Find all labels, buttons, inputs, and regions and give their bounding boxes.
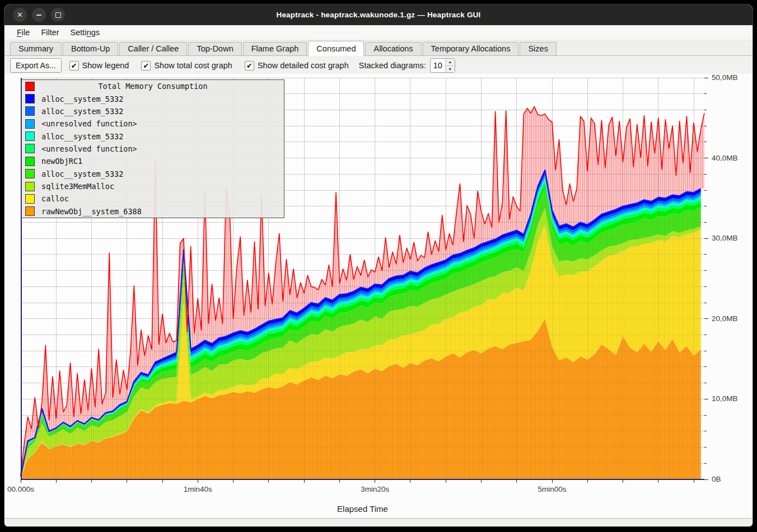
chart-legend: Total Memory Consumptionalloc__system_53… [21, 79, 284, 218]
legend-label: alloc__system_5332 [41, 170, 123, 178]
legend-label: sqlite3MemMalloc [41, 182, 114, 191]
tab-allocations[interactable]: Allocations [365, 42, 421, 55]
checkbox-show-detailed-cost-graph[interactable]: ✔Show detailed cost graph [245, 61, 349, 70]
stacked-diagrams-group: Stacked diagrams: 10 ▲ ▼ [359, 58, 455, 73]
legend-label: rawNewObj__system_6388 [41, 207, 142, 216]
legend-label: <unresolved function> [41, 144, 137, 153]
legend-swatch-icon [25, 194, 35, 204]
maximize-icon [55, 12, 61, 18]
legend-row: sqlite3MemMalloc [22, 180, 284, 192]
maximize-button[interactable] [51, 8, 65, 22]
legend-row: calloc [22, 192, 284, 205]
spinbox-value[interactable]: 10 [431, 59, 445, 72]
checkbox-box[interactable]: ✔ [69, 61, 79, 70]
tab-sizes[interactable]: Sizes [520, 42, 556, 55]
checkbox-show-total-cost-graph[interactable]: ✔Show total cost graph [141, 61, 232, 70]
legend-row: newObjRC1 [22, 155, 284, 167]
legend-row: alloc__system_5332 [22, 105, 284, 117]
legend-label: alloc__system_5332 [41, 95, 123, 103]
y-tick-label: 20,0MB [712, 314, 738, 323]
legend-swatch-icon [25, 169, 35, 178]
x-tick-label: 00.000s [4, 485, 40, 493]
legend-row: rawNewObj__system_6388 [22, 205, 284, 218]
legend-label: alloc__system_5332 [41, 107, 123, 116]
app-window: ✕ Heaptrack - heaptrack.wakunode.1.gz — … [4, 4, 753, 526]
legend-label: newObjRC1 [41, 157, 82, 166]
x-tick-label: 1min40s [178, 485, 217, 493]
tab-caller-callee[interactable]: Caller / Callee [119, 42, 187, 55]
tab-bar: SummaryBottom-UpCaller / CalleeTop-DownF… [4, 40, 753, 56]
spinbox-buttons: ▲ ▼ [445, 59, 455, 72]
legend-swatch-icon [25, 131, 35, 141]
legend-row: <unresolved function> [22, 117, 284, 130]
menu-file[interactable]: File [11, 27, 35, 38]
stacked-diagrams-label: Stacked diagrams: [359, 61, 426, 70]
x-tick-label: 5min00s [532, 485, 572, 493]
legend-row: alloc__system_5332 [22, 168, 284, 180]
toolbar: Export As... ✔Show legend✔Show total cos… [4, 56, 753, 75]
memory-consumption-chart[interactable]: Total Memory Consumptionalloc__system_53… [4, 74, 753, 519]
minimize-button[interactable] [32, 8, 46, 22]
menu-bar: FileFilterSettings [4, 25, 753, 40]
y-tick-label: 50,0MB [712, 73, 738, 82]
close-button[interactable]: ✕ [13, 8, 27, 22]
spin-up-icon[interactable]: ▲ [446, 59, 455, 65]
legend-swatch-icon [25, 94, 35, 103]
tab-consumed[interactable]: Consumed [308, 41, 364, 56]
checkbox-box[interactable]: ✔ [141, 61, 151, 70]
legend-row: alloc__system_5332 [22, 130, 284, 142]
legend-swatch-icon [25, 144, 35, 153]
legend-label: Total Memory Consumption [22, 82, 284, 91]
x-tick-label: 3min20s [356, 485, 395, 493]
minimize-icon [36, 15, 41, 16]
export-as-button[interactable]: Export As... [10, 58, 62, 73]
x-axis-title: Elapsed Time [307, 504, 419, 514]
legend-swatch-icon [25, 119, 35, 129]
window-title: Heaptrack - heaptrack.wakunode.1.gz — He… [4, 11, 753, 19]
checkbox-group: ✔Show legend✔Show total cost graph✔Show … [67, 61, 349, 70]
y-tick-label: 0B [712, 475, 721, 483]
menu-settings[interactable]: Settings [65, 27, 105, 38]
y-tick-label: 40,0MB [712, 154, 738, 162]
tab-flame-graph[interactable]: Flame Graph [243, 42, 307, 55]
checkbox-box[interactable]: ✔ [245, 61, 254, 70]
legend-label: <unresolved function> [41, 119, 137, 128]
y-tick-label: 30,0MB [712, 234, 738, 242]
legend-swatch-icon [25, 206, 35, 216]
checkbox-show-legend[interactable]: ✔Show legend [69, 61, 129, 70]
legend-swatch-icon [25, 182, 35, 191]
tab-top-down[interactable]: Top-Down [188, 42, 241, 55]
close-icon: ✕ [17, 11, 23, 19]
legend-row: Total Memory Consumption [22, 80, 284, 92]
checkbox-label: Show legend [82, 61, 129, 70]
spin-down-icon[interactable]: ▼ [446, 65, 455, 73]
title-bar: ✕ Heaptrack - heaptrack.wakunode.1.gz — … [4, 4, 753, 25]
tab-summary[interactable]: Summary [10, 42, 62, 55]
legend-row: alloc__system_5332 [22, 92, 284, 105]
tab-bottom-up[interactable]: Bottom-Up [63, 42, 118, 55]
menu-filter[interactable]: Filter [35, 27, 64, 38]
legend-label: alloc__system_5332 [41, 132, 123, 141]
stacked-diagrams-spinbox[interactable]: 10 ▲ ▼ [430, 58, 455, 73]
legend-swatch-icon [25, 106, 35, 116]
legend-row: <unresolved function> [22, 143, 284, 155]
legend-swatch-icon [25, 157, 35, 166]
y-tick-label: 10,0MB [712, 394, 738, 403]
legend-label: calloc [41, 194, 69, 203]
tab-temporary-allocations[interactable]: Temporary Allocations [423, 42, 519, 55]
checkbox-label: Show detailed cost graph [258, 61, 349, 70]
checkbox-label: Show total cost graph [154, 61, 232, 70]
